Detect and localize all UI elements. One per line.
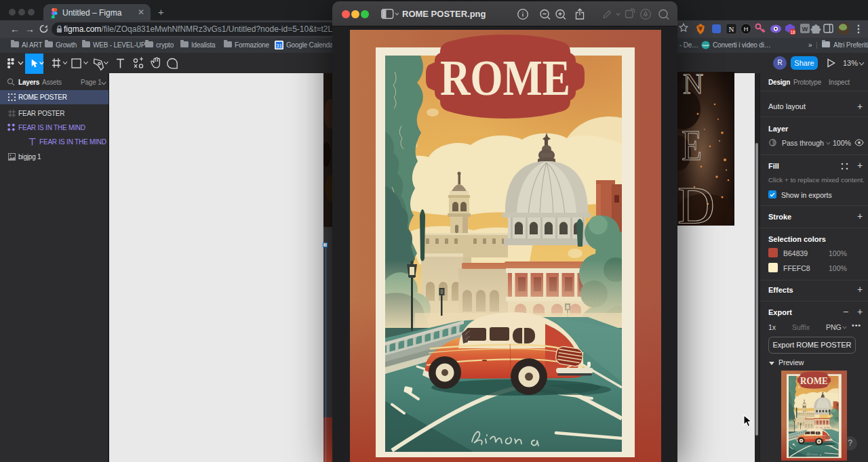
svg-text:W: W bbox=[802, 26, 808, 33]
svg-text:N: N bbox=[683, 72, 703, 100]
svg-text:D: D bbox=[677, 175, 715, 226]
svg-text:N: N bbox=[729, 25, 734, 33]
svg-text:E: E bbox=[682, 121, 702, 169]
svg-text:H: H bbox=[744, 26, 749, 33]
svg-text:31: 31 bbox=[276, 43, 283, 49]
svg-text:18: 18 bbox=[790, 30, 795, 35]
